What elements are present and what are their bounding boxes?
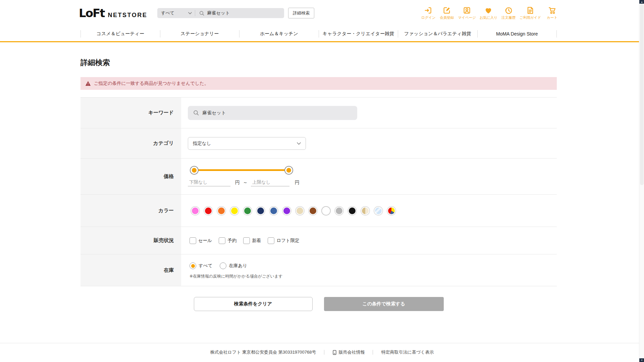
category-select[interactable]: 指定なし: [188, 137, 306, 150]
no-results-alert: ご指定の条件に一致する商品が見つかりませんでした。: [80, 77, 557, 90]
search-condition-form: キーワード カテゴリ 指定なし 価格: [80, 97, 557, 286]
color-swatch-clear[interactable]: [374, 207, 382, 215]
checkbox-label: ロフト限定: [276, 238, 299, 244]
clear-conditions-button[interactable]: 検索条件をクリア: [194, 297, 313, 311]
top-bar: LoFt NETSTORE すべて 詳細検索 ログイン 会員登録: [0, 0, 644, 26]
color-swatch-blue[interactable]: [270, 207, 278, 215]
checkbox[interactable]: [190, 237, 196, 244]
keyword-field[interactable]: [188, 106, 357, 120]
company-registration-text: 株式会社ロフト 東京都公安委員会 第303319700768号: [210, 349, 316, 355]
price-separator: ～: [243, 180, 248, 186]
alert-text: ご指定の条件に一致する商品が見つかりませんでした。: [94, 80, 209, 86]
seller-info-link[interactable]: 販売会社情報: [332, 349, 365, 355]
commercial-law-link[interactable]: 特定商取引法に基づく表示: [381, 349, 434, 355]
nav-item-moma[interactable]: MoMA Design Store: [478, 31, 557, 37]
color-swatch-pink[interactable]: [191, 207, 199, 215]
advanced-search-page: 詳細検索 ご指定の条件に一致する商品が見つかりませんでした。 キーワード カテゴ…: [80, 42, 557, 311]
price-max-input[interactable]: [251, 179, 289, 186]
mypage-label: マイページ: [458, 15, 476, 20]
radio-button[interactable]: [190, 262, 196, 269]
checkbox-preorder[interactable]: 予約: [219, 237, 236, 244]
slider-handle-dot: [192, 168, 197, 173]
radio-dot: [191, 264, 195, 268]
color-swatch-green[interactable]: [244, 207, 252, 215]
register-icon: [442, 6, 451, 15]
nav-item-cosmetics[interactable]: コスメ＆ビューティー: [81, 31, 160, 37]
register-link[interactable]: 会員登録: [439, 6, 454, 20]
checkbox[interactable]: [268, 237, 274, 244]
category-label: カテゴリ: [80, 128, 181, 158]
stock-note: ※在庫情報の反映に時間がかかる場合がございます: [190, 274, 557, 279]
warning-icon: [85, 81, 91, 86]
nav-item-stationery[interactable]: ステーショナリー: [160, 31, 239, 37]
login-link[interactable]: ログイン: [421, 6, 436, 20]
footer-divider: [324, 350, 324, 355]
favorites-icon: [484, 6, 493, 15]
checkbox-label: セール: [198, 238, 212, 244]
color-swatch-gray[interactable]: [335, 207, 343, 215]
favorites-link[interactable]: お気に入り: [480, 6, 497, 20]
loft-logo[interactable]: LoFt NETSTORE: [79, 6, 147, 20]
mypage-link[interactable]: マイページ: [458, 6, 476, 20]
keyword-label: キーワード: [80, 98, 181, 128]
chevron-down-icon: [297, 142, 301, 145]
checkbox-label: 予約: [227, 238, 236, 244]
search-icon: [199, 11, 204, 16]
color-swatch-multicolor[interactable]: [387, 207, 395, 215]
cart-label: カート: [547, 15, 557, 20]
color-swatch-red[interactable]: [204, 207, 212, 215]
scrollbar[interactable]: ▲ ▼: [639, 0, 644, 362]
main-navigation: コスメ＆ビューティー ステーショナリー ホーム＆キッチン キャラクター・クリエイ…: [80, 26, 557, 41]
color-swatch-white[interactable]: [322, 207, 330, 215]
checkbox-loft-limited[interactable]: ロフト限定: [268, 237, 299, 244]
header-search-field[interactable]: [195, 8, 284, 18]
seller-info-label: 販売会社情報: [338, 349, 365, 355]
price-min-input[interactable]: [188, 179, 230, 186]
search-category-select[interactable]: すべて: [157, 8, 195, 18]
logo-netstore-text: NETSTORE: [108, 12, 148, 19]
checkbox[interactable]: [243, 237, 250, 244]
checkbox[interactable]: [219, 237, 225, 244]
checkbox-sale[interactable]: セール: [190, 237, 212, 244]
color-swatch-orange[interactable]: [217, 207, 225, 215]
nav-item-character-goods[interactable]: キャラクター・クリエイター雑貨: [319, 31, 398, 37]
price-slider-min-handle[interactable]: [190, 166, 199, 175]
color-label: カラー: [80, 195, 181, 227]
search-submit-button[interactable]: この条件で検索する: [324, 297, 444, 311]
cart-link[interactable]: カート: [545, 6, 559, 20]
keyword-row: キーワード: [80, 98, 557, 128]
nav-divider: [556, 30, 557, 38]
color-swatch-beige[interactable]: [296, 207, 304, 215]
color-swatch-brown[interactable]: [309, 207, 317, 215]
login-icon: [424, 6, 433, 15]
color-swatch-purple[interactable]: [283, 207, 291, 215]
price-range-slider[interactable]: [190, 166, 293, 175]
nav-item-home-kitchen[interactable]: ホーム＆キッチン: [239, 31, 319, 37]
order-history-link[interactable]: 注文履歴: [501, 6, 516, 20]
checkbox-new[interactable]: 新着: [243, 237, 261, 244]
radio-stock-all[interactable]: すべて: [190, 262, 212, 269]
radio-label: すべて: [199, 263, 212, 269]
price-slider-max-handle[interactable]: [284, 166, 293, 175]
chevron-down-icon: [188, 12, 192, 14]
color-swatch-black[interactable]: [348, 207, 356, 215]
color-swatch-gold[interactable]: [361, 207, 369, 215]
color-swatch-navy[interactable]: [257, 207, 265, 215]
scroll-down-arrow[interactable]: ▼: [639, 358, 644, 362]
price-slider-track: [194, 169, 289, 171]
nav-item-fashion-variety[interactable]: ファッション＆バラエティ雑貨: [398, 31, 477, 37]
radio-button[interactable]: [220, 262, 226, 269]
stock-row: 在庫 すべて 在庫あり ※在庫情報の反映に時間がかかる場合がございます: [80, 254, 557, 286]
scrollbar-thumb[interactable]: [640, 4, 644, 185]
header-search-input[interactable]: [207, 11, 280, 16]
radio-stock-available[interactable]: 在庫あり: [220, 262, 247, 269]
advanced-search-button[interactable]: 詳細検索: [288, 8, 314, 18]
guide-link[interactable]: ご利用ガイド: [520, 6, 541, 20]
keyword-input[interactable]: [202, 110, 343, 116]
search-category-value: すべて: [161, 10, 174, 16]
scroll-up-arrow[interactable]: ▲: [639, 0, 644, 4]
commercial-law-label: 特定商取引法に基づく表示: [381, 349, 434, 355]
guide-label: ご利用ガイド: [520, 15, 541, 20]
color-swatch-yellow[interactable]: [230, 207, 238, 215]
color-row: カラー: [80, 195, 557, 227]
